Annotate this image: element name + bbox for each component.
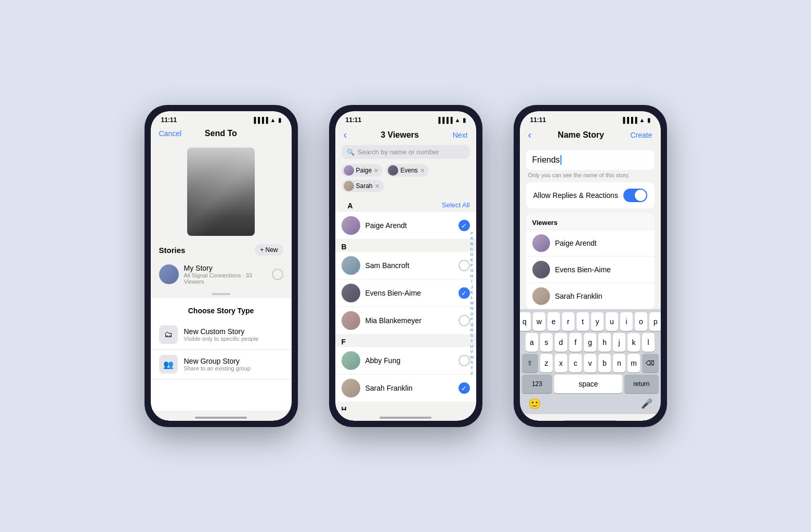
alpha-g[interactable]: G [469, 268, 475, 273]
alpha-f[interactable]: F [469, 263, 475, 268]
mic-key[interactable]: 🎤 [641, 398, 652, 409]
alpha-d[interactable]: D [469, 252, 475, 257]
contact-sarahf-row[interactable]: Sarah Franklin ✓ [335, 375, 476, 402]
alpha-k[interactable]: K [469, 290, 475, 295]
key-b[interactable]: b [598, 354, 611, 373]
contact-abby-row[interactable]: Abby Fung [335, 347, 476, 375]
alpha-x[interactable]: X [469, 360, 475, 365]
contact-check-paige[interactable]: ✓ [459, 220, 470, 231]
alpha-l[interactable]: L [469, 295, 475, 300]
key-k[interactable]: k [627, 333, 640, 352]
key-g[interactable]: g [584, 333, 596, 352]
key-f[interactable]: f [569, 333, 582, 352]
alpha-q[interactable]: Q [469, 322, 475, 327]
back-button-3[interactable]: ‹ [528, 129, 532, 141]
alpha-c[interactable]: C [469, 247, 475, 252]
contact-check-sam[interactable] [459, 260, 470, 271]
back-button-2[interactable]: ‹ [344, 129, 347, 141]
alpha-e[interactable]: E [469, 258, 475, 263]
key-j[interactable]: j [613, 333, 625, 352]
alpha-p[interactable]: P [469, 317, 475, 322]
alpha-z[interactable]: Z [469, 371, 475, 376]
contact-check-mia[interactable] [459, 315, 470, 326]
alpha-s[interactable]: S [469, 333, 475, 338]
alpha-n[interactable]: N [469, 306, 475, 311]
key-a[interactable]: a [526, 333, 538, 352]
key-d[interactable]: d [555, 333, 567, 352]
alpha-m[interactable]: M [469, 301, 475, 306]
contact-name-mia: Mia Blankemeyer [365, 316, 453, 325]
alpha-j[interactable]: J [469, 285, 475, 290]
select-all-button[interactable]: Select All [442, 201, 469, 209]
key-o[interactable]: o [635, 312, 647, 331]
delete-key[interactable]: ⌫ [642, 354, 659, 373]
key-l[interactable]: l [642, 333, 655, 352]
allow-replies-toggle-row[interactable]: Allow Replies & Reactions [526, 182, 655, 208]
key-v[interactable]: v [584, 354, 596, 373]
contact-evens-row[interactable]: Evens Bien-Aime ✓ [335, 280, 476, 307]
create-button[interactable]: Create [630, 131, 652, 139]
key-q[interactable]: q [520, 312, 531, 331]
key-t[interactable]: t [577, 312, 589, 331]
alpha-v[interactable]: V [469, 349, 475, 354]
key-u[interactable]: u [606, 312, 618, 331]
contact-check-evens[interactable]: ✓ [459, 287, 470, 299]
emoji-key[interactable]: 🙂 [528, 397, 541, 410]
search-input[interactable]: Search by name or number [358, 148, 440, 156]
key-x[interactable]: x [555, 354, 567, 373]
my-story-row[interactable]: My Story All Signal Connections · 33 Vie… [151, 259, 292, 290]
key-c[interactable]: c [569, 354, 582, 373]
key-p[interactable]: p [649, 312, 661, 331]
chip-avatar-sarah [344, 181, 354, 191]
on-screen-keyboard[interactable]: q w e r t y u i o p a s d f g [520, 309, 661, 414]
new-group-story-item[interactable]: 👥 New Group Story Share to an existing g… [151, 350, 292, 379]
shift-key[interactable]: ⇧ [522, 354, 539, 373]
chip-remove-sarah[interactable]: ✕ [375, 183, 380, 190]
alpha-o[interactable]: O [469, 312, 475, 317]
alpha-a[interactable]: A [469, 236, 475, 241]
alpha-hash[interactable]: # [469, 231, 475, 236]
next-button[interactable]: Next [453, 131, 468, 139]
contact-mia-row[interactable]: Mia Blankemeyer [335, 307, 476, 335]
alpha-w[interactable]: W [469, 355, 475, 360]
cancel-button[interactable]: Cancel [159, 129, 182, 138]
chip-sarah[interactable]: Sarah ✕ [342, 180, 384, 192]
key-r[interactable]: r [562, 312, 574, 331]
key-z[interactable]: z [540, 354, 553, 373]
chip-remove-paige[interactable]: ✕ [374, 167, 378, 174]
alpha-h[interactable]: H [469, 274, 475, 279]
alpha-b[interactable]: B [469, 242, 475, 247]
key-m[interactable]: m [627, 354, 640, 373]
chip-remove-evens[interactable]: ✕ [420, 167, 425, 174]
alpha-y[interactable]: Y [469, 365, 475, 370]
contact-name-sarahf: Sarah Franklin [365, 384, 453, 392]
contact-paige-row[interactable]: Paige Arendt ✓ [335, 212, 476, 240]
key-h[interactable]: h [598, 333, 611, 352]
alpha-r[interactable]: R [469, 328, 475, 333]
alpha-t[interactable]: T [469, 339, 475, 344]
key-w[interactable]: w [533, 312, 545, 331]
contact-sam-row[interactable]: Sam Bancroft [335, 252, 476, 280]
alpha-u[interactable]: U [469, 344, 475, 349]
key-i[interactable]: i [620, 312, 633, 331]
key-n[interactable]: n [613, 354, 625, 373]
alpha-i[interactable]: I [469, 279, 475, 284]
new-story-button[interactable]: + New [255, 244, 283, 256]
alpha-index[interactable]: # A B C D E F G H I J K L M N O P [469, 196, 475, 410]
contact-check-sarahf[interactable]: ✓ [459, 382, 470, 394]
allow-replies-toggle[interactable] [623, 189, 647, 202]
chip-paige[interactable]: Paige ✕ [342, 164, 383, 177]
key-y[interactable]: y [591, 312, 604, 331]
contact-check-abby[interactable] [459, 355, 470, 366]
my-story-sub: All Signal Connections · 33 Viewers [184, 272, 267, 285]
search-bar[interactable]: 🔍 Search by name or number [342, 145, 470, 159]
key-e[interactable]: e [547, 312, 560, 331]
story-name-input[interactable]: Friends [526, 150, 655, 170]
return-key[interactable]: return [624, 375, 658, 393]
num-key[interactable]: 123 [522, 375, 553, 393]
new-custom-story-item[interactable]: 🗂 New Custom Story Visible only to speci… [151, 320, 292, 350]
chip-evens[interactable]: Evens ✕ [386, 164, 428, 177]
key-s[interactable]: s [540, 333, 553, 352]
space-key[interactable]: space [554, 375, 622, 393]
my-story-radio[interactable] [272, 269, 283, 280]
